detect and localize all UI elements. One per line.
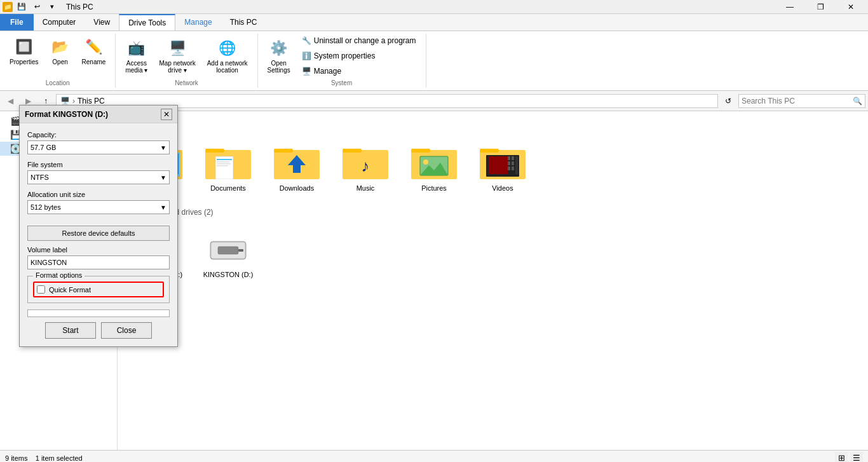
filesystem-group: File system NTFS ▼ [27,161,170,184]
restore-defaults-button[interactable]: Restore device defaults [27,226,170,241]
dialog-buttons: Start Close [27,322,170,339]
allocation-group: Allocation unit size 512 bytes ▼ [27,191,170,214]
volume-label-text: Volume label [27,246,170,254]
dialog-title: Format KINGSTON (D:) [25,110,108,119]
progress-bar-container [27,309,170,317]
filesystem-arrow-icon: ▼ [160,174,166,181]
filesystem-value: NTFS [31,173,49,181]
format-options-group: Format options Quick Format [27,276,170,303]
quick-format-row: Quick Format [33,282,164,297]
capacity-select-wrapper: 57.7 GB ▼ [27,140,170,154]
filesystem-label: File system [27,161,170,168]
volume-label-group: Volume label [27,246,170,269]
allocation-select[interactable]: 512 bytes ▼ [27,200,170,214]
quick-format-label[interactable]: Quick Format [49,286,91,294]
filesystem-select-wrapper: NTFS ▼ [27,170,170,184]
dialog-close-x-button[interactable]: ✕ [161,109,172,120]
format-options-legend: Format options [33,271,85,279]
capacity-label: Capacity: [27,131,170,139]
filesystem-select[interactable]: NTFS ▼ [27,170,170,184]
capacity-select[interactable]: 57.7 GB ▼ [27,140,170,154]
capacity-arrow-icon: ▼ [160,144,166,151]
allocation-select-wrapper: 512 bytes ▼ [27,200,170,214]
capacity-group: Capacity: 57.7 GB ▼ [27,131,170,154]
dialog-overlay: Format KINGSTON (D:) ✕ Capacity: 57.7 GB… [0,0,868,462]
dialog-title-bar: Format KINGSTON (D:) ✕ [20,105,177,123]
allocation-label: Allocation unit size [27,191,170,198]
allocation-value: 512 bytes [31,203,61,211]
format-dialog: Format KINGSTON (D:) ✕ Capacity: 57.7 GB… [19,105,178,347]
dialog-close-button[interactable]: Close [101,322,152,339]
quick-format-checkbox[interactable] [37,285,45,294]
dialog-body: Capacity: 57.7 GB ▼ File system NTFS ▼ [20,123,177,346]
volume-label-input[interactable] [27,255,170,269]
start-button[interactable]: Start [45,322,96,339]
allocation-arrow-icon: ▼ [160,204,166,211]
capacity-value: 57.7 GB [31,144,56,151]
